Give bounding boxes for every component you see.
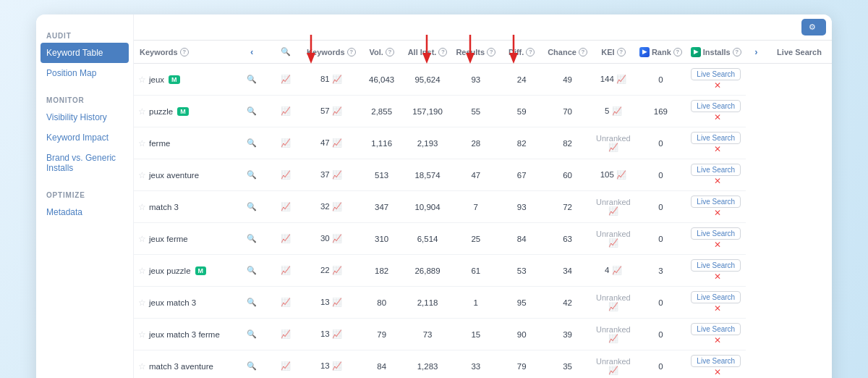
- row-search-icon[interactable]: 🔍: [247, 202, 257, 211]
- row-search-icon[interactable]: 🔍: [247, 170, 257, 179]
- live-search-button[interactable]: Live Search: [691, 323, 741, 335]
- sidebar-item-metadata[interactable]: Metadata: [36, 202, 133, 222]
- chevron-left-icon[interactable]: ‹: [250, 46, 253, 57]
- live-search-button[interactable]: Live Search: [691, 291, 741, 303]
- search-icon-cell: 🔍: [235, 96, 269, 127]
- live-search-button[interactable]: Live Search: [691, 100, 741, 112]
- installs-info-icon[interactable]: ?: [733, 48, 741, 56]
- remove-keyword-button[interactable]: ✕: [714, 272, 721, 282]
- th-keywords: Keywords?: [134, 41, 235, 64]
- trend-icon[interactable]: 📈: [281, 202, 291, 211]
- chevron-right-icon[interactable]: ›: [754, 46, 757, 57]
- vol-cell: 32 📈: [302, 191, 360, 223]
- trend-icon[interactable]: 📈: [281, 329, 291, 338]
- rank-cell: Unranked 📈: [592, 191, 635, 223]
- chance-cell: 82: [500, 127, 543, 159]
- sidebar-item-keyword-table[interactable]: Keyword Table: [41, 43, 129, 63]
- trend-icon[interactable]: 📈: [281, 361, 291, 370]
- kei-cell: 82: [543, 127, 592, 159]
- remove-keyword-button[interactable]: ✕: [714, 240, 721, 250]
- results-cell: 1,283: [404, 350, 452, 379]
- star-icon[interactable]: ☆: [138, 266, 146, 276]
- remove-keyword-button[interactable]: ✕: [714, 112, 721, 122]
- live-search-button[interactable]: Live Search: [691, 227, 741, 240]
- star-icon[interactable]: ☆: [138, 170, 146, 180]
- sidebar-item-brand-vs.-generic-installs[interactable]: Brand vs. Generic Installs: [36, 148, 133, 178]
- display-button[interactable]: ⚙: [801, 19, 826, 35]
- row-search-icon[interactable]: 🔍: [247, 106, 257, 115]
- row-search-icon[interactable]: 🔍: [247, 329, 257, 338]
- star-icon[interactable]: ☆: [138, 234, 146, 244]
- installs-cell: 0: [635, 287, 686, 319]
- diff-cell: 33: [451, 350, 500, 379]
- star-icon[interactable]: ☆: [138, 298, 146, 308]
- star-icon[interactable]: ☆: [138, 106, 146, 117]
- table-row: ☆ ferme 🔍📈47 📈1,1162,193288282Unranked 📈…: [134, 127, 832, 159]
- row-search-icon[interactable]: 🔍: [247, 75, 257, 83]
- results-cell: 18,574: [404, 159, 452, 191]
- sidebar-item-visibility-history[interactable]: Visibility History: [36, 107, 133, 127]
- live-search-button[interactable]: Live Search: [691, 355, 741, 367]
- remove-keyword-button[interactable]: ✕: [714, 335, 721, 345]
- rank-trend-icon: 📈: [608, 238, 618, 247]
- settings-icon: ⚙: [809, 22, 816, 32]
- star-icon[interactable]: ☆: [138, 202, 146, 212]
- star-icon[interactable]: ☆: [138, 75, 146, 85]
- remove-keyword-button[interactable]: ✕: [714, 367, 721, 377]
- remove-keyword-button[interactable]: ✕: [714, 176, 721, 186]
- kei-cell: 63: [543, 223, 592, 255]
- live-search-button[interactable]: Live Search: [691, 196, 741, 208]
- keyword-cell: ☆ jeux match 3: [134, 287, 235, 319]
- live-search-button[interactable]: Live Search: [691, 259, 741, 272]
- trend-icon[interactable]: 📈: [281, 266, 291, 274]
- star-icon[interactable]: ☆: [138, 361, 146, 371]
- search-icon-cell: 🔍: [235, 159, 269, 191]
- remove-keyword-button[interactable]: ✕: [714, 303, 721, 314]
- results-cell: 6,514: [404, 223, 452, 255]
- rank-trend-icon: 📈: [612, 106, 622, 115]
- sidebar-item-keyword-impact[interactable]: Keyword Impact: [36, 127, 133, 148]
- sidebar-item-position-map[interactable]: Position Map: [36, 63, 133, 83]
- keyword-cell: ☆ ferme: [134, 127, 235, 159]
- remove-keyword-button[interactable]: ✕: [714, 144, 721, 154]
- live-search-button[interactable]: Live Search: [691, 132, 741, 144]
- trend-icon[interactable]: 📈: [281, 298, 291, 306]
- vol-cell: 13 📈: [302, 319, 360, 350]
- rank-cell: 4 📈: [592, 255, 635, 287]
- star-icon[interactable]: ☆: [138, 138, 146, 148]
- trend-icon[interactable]: 📈: [281, 170, 291, 179]
- row-search-icon[interactable]: 🔍: [247, 234, 257, 243]
- kei-cell: 42: [543, 287, 592, 319]
- keyword-text: match 3: [149, 203, 179, 211]
- vol-trend-icon: 📈: [332, 266, 342, 274]
- badge-m: M: [169, 75, 180, 84]
- badge-m: M: [195, 266, 207, 275]
- star-icon[interactable]: ☆: [138, 329, 146, 340]
- row-search-icon[interactable]: 🔍: [247, 361, 257, 370]
- live-search-button[interactable]: Live Search: [691, 164, 741, 176]
- vol-cell: 13 📈: [302, 350, 360, 379]
- rank-trend-icon: 📈: [608, 366, 618, 374]
- remove-keyword-button[interactable]: ✕: [714, 80, 721, 91]
- keywords-info[interactable]: ?: [180, 48, 189, 56]
- rank-cell: Unranked 📈: [592, 287, 635, 319]
- row-search-icon[interactable]: 🔍: [247, 298, 257, 306]
- row-search-icon[interactable]: 🔍: [247, 266, 257, 274]
- unranked-label: Unranked: [596, 357, 631, 366]
- table-row: ☆ jeux ferme 🔍📈30 📈3106,514258463Unranke…: [134, 223, 832, 255]
- vol-trend-icon: 📈: [332, 329, 342, 338]
- live-search-cell: Live Search ✕: [686, 159, 746, 191]
- trend-icon[interactable]: 📈: [281, 234, 291, 243]
- kei-cell: 35: [543, 350, 592, 379]
- search-icon-cell: 🔍: [235, 319, 269, 350]
- remove-keyword-button[interactable]: ✕: [714, 208, 721, 218]
- all-inst-cell: 84: [360, 350, 404, 379]
- keyword-table: Keywords?‹🔍Keywords?Vol.?All Inst.?Resul…: [134, 41, 832, 378]
- keyword-text: match 3 aventure: [149, 362, 213, 371]
- row-search-icon[interactable]: 🔍: [247, 138, 257, 147]
- keyword-cell: ☆ jeux aventure: [134, 159, 235, 191]
- trend-icon[interactable]: 📈: [281, 106, 291, 115]
- keyword-cell: ☆ jeux ferme: [134, 223, 235, 255]
- app-container: AUDITKeyword TablePosition MapMONITORVis…: [36, 14, 832, 378]
- trend-icon[interactable]: 📈: [281, 138, 291, 147]
